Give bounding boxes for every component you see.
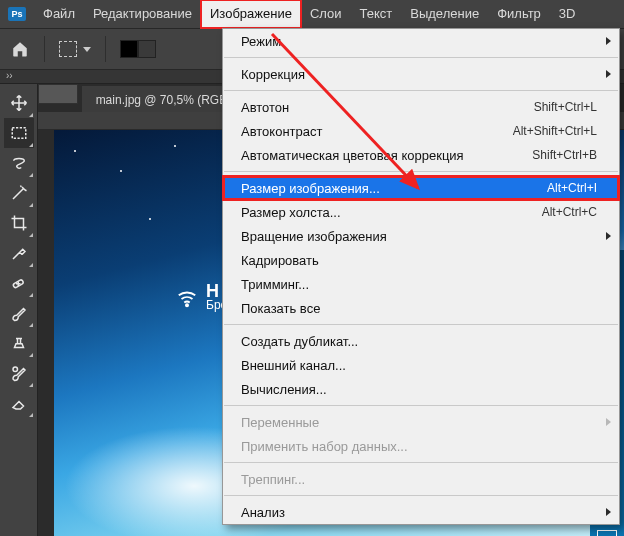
menu-item-label: Внешний канал...: [241, 358, 597, 373]
menu-item: Треппинг...: [223, 467, 619, 491]
menu-item[interactable]: Создать дубликат...: [223, 329, 619, 353]
wifi-icon: [174, 287, 200, 309]
menu-item-label: Тримминг...: [241, 277, 597, 292]
menu-text[interactable]: Текст: [351, 0, 402, 28]
tool-rect-marquee[interactable]: [4, 118, 34, 148]
menu-separator: [224, 495, 618, 496]
swatch-group: [120, 40, 156, 58]
tab-thumbnail: [38, 84, 78, 104]
tool-magic-wand[interactable]: [4, 178, 34, 208]
menu-layers[interactable]: Слои: [301, 0, 351, 28]
menu-item-hotkey: Shift+Ctrl+B: [532, 148, 597, 162]
swatch-fg[interactable]: [120, 40, 138, 58]
menu-item[interactable]: Размер изображения...Alt+Ctrl+I: [223, 176, 619, 200]
menu-item-hotkey: Shift+Ctrl+L: [534, 100, 597, 114]
menu-item: Применить набор данных...: [223, 434, 619, 458]
menu-item-label: Автотон: [241, 100, 534, 115]
menu-item-label: Переменные: [241, 415, 597, 430]
tool-eyedropper[interactable]: [4, 238, 34, 268]
menu-item-label: Автоматическая цветовая коррекция: [241, 148, 532, 163]
tool-lasso[interactable]: [4, 148, 34, 178]
menu-item[interactable]: Тримминг...: [223, 272, 619, 296]
menu-item-hotkey: Alt+Ctrl+I: [547, 181, 597, 195]
menu-3d[interactable]: 3D: [550, 0, 585, 28]
toolbar: [0, 84, 38, 536]
menu-image[interactable]: Изображение: [201, 0, 301, 28]
tool-crop[interactable]: [4, 208, 34, 238]
menu-file[interactable]: Файл: [34, 0, 84, 28]
swatch-bg[interactable]: [138, 40, 156, 58]
menu-separator: [224, 462, 618, 463]
menubar: Ps Файл Редактирование Изображение Слои …: [0, 0, 624, 28]
chevron-down-icon[interactable]: [83, 47, 91, 52]
tool-clone-stamp[interactable]: [4, 328, 34, 358]
menu-item[interactable]: Внешний канал...: [223, 353, 619, 377]
menu-item-hotkey: Alt+Shift+Ctrl+L: [513, 124, 597, 138]
menu-item-label: Вычисления...: [241, 382, 597, 397]
divider: [105, 36, 106, 62]
menu-item[interactable]: Коррекция: [223, 62, 619, 86]
menu-item-label: Режим: [241, 34, 597, 49]
menu-item[interactable]: Размер холста...Alt+Ctrl+C: [223, 200, 619, 224]
menu-item[interactable]: Режим: [223, 29, 619, 53]
svg-rect-0: [12, 128, 26, 139]
svg-point-3: [186, 304, 188, 306]
square-icon: [597, 530, 617, 536]
tool-move[interactable]: [4, 88, 34, 118]
menu-separator: [224, 405, 618, 406]
menu-item-label: Размер холста...: [241, 205, 542, 220]
rectangle-marquee-icon[interactable]: [59, 41, 77, 57]
tool-healing-brush[interactable]: [4, 268, 34, 298]
menu-item-label: Кадрировать: [241, 253, 597, 268]
menu-item-hotkey: Alt+Ctrl+C: [542, 205, 597, 219]
menu-item[interactable]: АвтотонShift+Ctrl+L: [223, 95, 619, 119]
menu-item-label: Автоконтраст: [241, 124, 513, 139]
menu-separator: [224, 171, 618, 172]
menu-item-label: Треппинг...: [241, 472, 597, 487]
menu-item-label: Анализ: [241, 505, 597, 520]
menu-item-label: Применить набор данных...: [241, 439, 597, 454]
menu-item: Переменные: [223, 410, 619, 434]
menu-item-label: Показать все: [241, 301, 597, 316]
menu-separator: [224, 324, 618, 325]
tool-history-brush[interactable]: [4, 358, 34, 388]
document-tab[interactable]: main.jpg @ 70,5% (RGB: [82, 86, 242, 114]
menu-item-label: Коррекция: [241, 67, 597, 82]
menu-item[interactable]: Автоматическая цветовая коррекцияShift+C…: [223, 143, 619, 167]
home-icon[interactable]: [10, 40, 30, 58]
menu-item[interactable]: Анализ: [223, 500, 619, 524]
menu-item-label: Вращение изображения: [241, 229, 597, 244]
menu-item[interactable]: АвтоконтрастAlt+Shift+Ctrl+L: [223, 119, 619, 143]
tool-brush[interactable]: [4, 298, 34, 328]
menu-select[interactable]: Выделение: [401, 0, 488, 28]
divider: [44, 36, 45, 62]
app-logo: Ps: [8, 7, 26, 21]
image-menu-dropdown: РежимКоррекцияАвтотонShift+Ctrl+LАвтокон…: [222, 28, 620, 525]
menu-edit[interactable]: Редактирование: [84, 0, 201, 28]
menu-item[interactable]: Вращение изображения: [223, 224, 619, 248]
svg-point-2: [13, 367, 18, 372]
menu-separator: [224, 57, 618, 58]
menu-item[interactable]: Показать все: [223, 296, 619, 320]
menu-item-label: Размер изображения...: [241, 181, 547, 196]
menu-item-label: Создать дубликат...: [241, 334, 597, 349]
menu-item[interactable]: Кадрировать: [223, 248, 619, 272]
tool-eraser[interactable]: [4, 388, 34, 418]
menu-separator: [224, 90, 618, 91]
menu-filter[interactable]: Фильтр: [488, 0, 550, 28]
menu-item[interactable]: Вычисления...: [223, 377, 619, 401]
